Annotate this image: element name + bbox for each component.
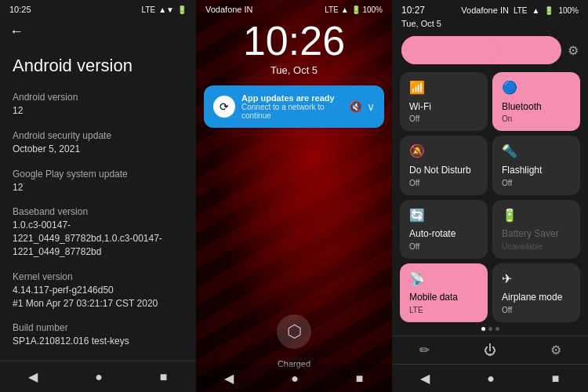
lock-nav-bar: ◀ ● ■ [196,365,392,392]
qs-time: 10:27 [401,5,425,16]
qs-carrier: Vodafone IN [461,5,509,15]
play-update-label: Google Play system update [13,169,183,180]
brightness-icon: ⚙ [568,43,579,58]
back-nav-icon[interactable]: ◀ [28,369,38,384]
tile-airplane[interactable]: ✈ Airplane mode Off [492,263,580,322]
lock-date: Tue, Oct 5 [196,64,392,76]
play-update-value: 12 [13,181,183,194]
baseband-value: 1.0.c3-00147-1221_0449_87782bd,1.0.c3-00… [13,219,183,258]
autorotate-icon: 🔄 [409,208,478,223]
about-content: Android version Android version 12 Andro… [0,46,196,361]
tile-dnd[interactable]: 🔕 Do Not Disturb Off [400,136,488,194]
settings-icon[interactable]: ⚙ [550,343,561,358]
power-icon[interactable]: ⏻ [484,343,496,358]
qs-page-dots [392,322,588,336]
battery-saver-icon: 🔋 [502,208,571,223]
fingerprint-icon[interactable]: ⬡ [277,314,311,349]
home-nav-icon[interactable]: ● [95,370,103,384]
wifi-icon: 📶 [409,80,478,95]
qs-lte-label: LTE [514,6,528,15]
lock-recents-nav[interactable]: ■ [356,372,364,386]
notif-actions: 🔇 ∨ [349,100,375,113]
panel-quick-settings: 10:27 Vodafone IN LTE ▲ 🔋 100% Tue, Oct … [392,0,588,392]
qs-back-nav[interactable]: ◀ [420,371,430,386]
qs-battery-pct: 100% [558,6,579,15]
signal-icon: ▲▼ [158,5,174,14]
lock-time: 10:26 [196,20,392,61]
recents-nav-icon[interactable]: ■ [160,370,168,384]
bluetooth-icon: 🔵 [502,80,571,95]
about-time: 10:25 [9,5,31,14]
kernel-value: 4.14.117-perf-g2146d50#1 Mon Apr 27 03:2… [13,284,183,310]
battery-icon: 🔋 [177,5,187,14]
qs-nav-bar: ◀ ● ■ [392,364,588,392]
baseband-section: Baseband version 1.0.c3-00147-1221_0449_… [13,206,183,258]
tile-flashlight[interactable]: 🔦 Flashlight Off [492,136,580,194]
dnd-icon: 🔕 [409,143,478,158]
panel-lock: Vodafone IN LTE ▲ 🔋 100% 10:26 Tue, Oct … [196,0,392,392]
build-value: SP1A.210812.016 test-keys [13,335,183,348]
dot-2 [488,327,492,331]
security-update-section: Android security update October 5, 2021 [13,130,183,156]
lock-lte-icon: LTE [325,5,339,14]
lock-notification[interactable]: ⟳ App updates are ready Connect to a net… [204,85,384,128]
qs-home-nav[interactable]: ● [487,372,495,386]
qs-signal-icon: ▲ [532,6,540,15]
qs-right-status: Vodafone IN LTE ▲ 🔋 100% [461,5,579,15]
flashlight-icon: 🔦 [502,143,571,158]
about-nav-bar: ◀ ● ■ [0,361,196,392]
tile-mobile-data[interactable]: 📡 Mobile data LTE [400,263,488,322]
build-label: Build number [13,322,183,333]
build-section: Build number SP1A.210812.016 test-keys [13,322,183,348]
qs-status-bar: 10:27 Vodafone IN LTE ▲ 🔋 100% [392,0,588,19]
brightness-bar[interactable] [401,36,561,64]
lock-back-nav[interactable]: ◀ [224,371,234,386]
qs-recents-nav[interactable]: ■ [552,372,560,386]
page-title: Android version [13,56,183,76]
lock-status-bar: Vodafone IN LTE ▲ 🔋 100% [196,0,392,17]
edit-icon[interactable]: ✏ [419,343,430,358]
lock-battery-icon: 🔋 100% [351,5,383,14]
notif-expand-icon[interactable]: ∨ [367,100,375,113]
tile-bluetooth[interactable]: 🔵 Bluetooth On [492,72,580,131]
airplane-icon: ✈ [502,271,571,286]
about-status-icons: LTE ▲▼ 🔋 [142,5,187,14]
qs-brightness-row: ⚙ [401,36,579,64]
android-version-value: 12 [13,104,183,118]
security-update-value: October 5, 2021 [13,143,183,156]
kernel-section: Kernel version 4.14.117-perf-g2146d50#1 … [13,271,183,310]
back-button[interactable]: ← [0,17,196,46]
brightness-fill [401,36,497,64]
mobile-data-icon: 📡 [409,271,478,286]
qs-battery-icon: 🔋 [544,6,554,15]
notif-text: App updates are ready Connect to a netwo… [241,93,343,120]
qs-date: Tue, Oct 5 [392,19,588,33]
lock-signal-icon: ▲ [341,5,349,14]
baseband-label: Baseband version [13,206,183,217]
dot-1 [481,327,485,331]
lte-icon: LTE [142,5,156,14]
dot-3 [495,327,499,331]
play-update-section: Google Play system update 12 [13,169,183,194]
notif-subtitle: Connect to a network to continue [241,103,343,120]
notif-mute-icon[interactable]: 🔇 [349,100,362,113]
tile-battery-saver[interactable]: 🔋 Battery Saver Unavailable [492,200,580,259]
about-status-bar: 10:25 LTE ▲▼ 🔋 [0,0,196,17]
lock-signal-icons: LTE ▲ 🔋 100% [325,5,383,14]
qs-bottom-bar: ✏ ⏻ ⚙ [392,336,588,364]
kernel-label: Kernel version [13,271,183,282]
android-version-section: Android version 12 [13,92,183,118]
lock-carrier: Vodafone IN [205,5,253,14]
security-update-label: Android security update [13,130,183,141]
android-version-label: Android version [13,92,183,103]
notif-icon: ⟳ [213,96,235,118]
tile-wifi[interactable]: 📶 Wi-Fi Off [400,72,488,131]
tile-autorotate[interactable]: 🔄 Auto-rotate Off [400,200,488,259]
notif-title: App updates are ready [241,93,343,103]
panel-about: 10:25 LTE ▲▼ 🔋 ← Android version Android… [0,0,196,392]
lock-home-nav[interactable]: ● [291,372,299,386]
qs-tiles-grid: 📶 Wi-Fi Off 🔵 Bluetooth On 🔕 Do Not Dist… [392,72,588,322]
